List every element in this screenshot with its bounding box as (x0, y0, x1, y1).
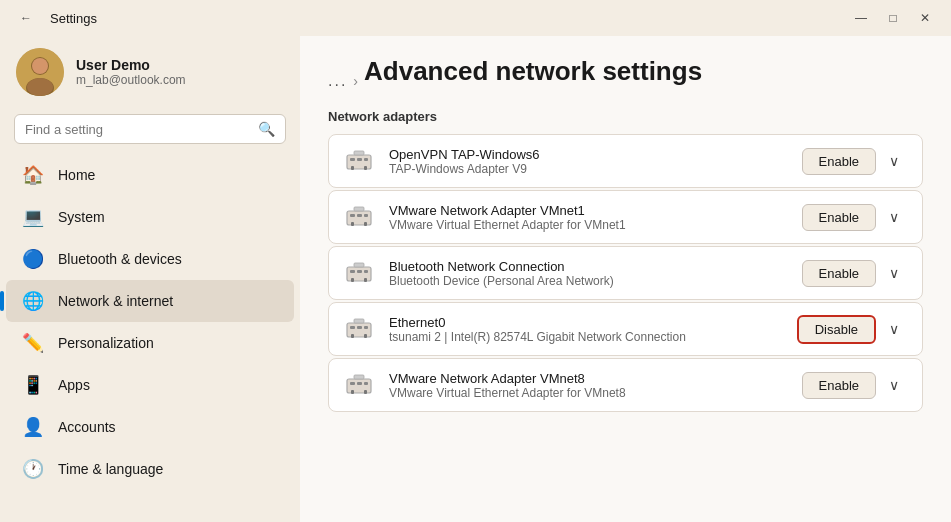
svg-rect-9 (354, 151, 364, 155)
nav-list: 🏠 Home 💻 System 🔵 Bluetooth & devices 🌐 … (0, 154, 300, 490)
adapter-item: Bluetooth Network Connection Bluetooth D… (328, 246, 923, 300)
adapter-actions: Enable ∨ (802, 147, 908, 175)
sidebar-item-system[interactable]: 💻 System (6, 196, 294, 238)
svg-rect-32 (364, 334, 367, 338)
sidebar-item-home[interactable]: 🏠 Home (6, 154, 294, 196)
breadcrumb: ... › Advanced network settings (328, 56, 923, 105)
svg-rect-34 (350, 382, 355, 385)
svg-rect-10 (351, 166, 354, 170)
svg-rect-7 (357, 158, 362, 161)
adapter-actions: Disable ∨ (797, 315, 908, 344)
disable-button[interactable]: Disable (797, 315, 876, 344)
sidebar-item-time[interactable]: 🕐 Time & language (6, 448, 294, 490)
home-icon: 🏠 (22, 164, 44, 186)
expand-button[interactable]: ∨ (880, 371, 908, 399)
svg-rect-26 (347, 323, 371, 337)
sidebar-item-label: System (58, 209, 105, 225)
sidebar-item-personalization[interactable]: ✏️ Personalization (6, 322, 294, 364)
adapter-info: Ethernet0 tsunami 2 | Intel(R) 82574L Gi… (389, 315, 783, 344)
adapter-desc: VMware Virtual Ethernet Adapter for VMne… (389, 218, 788, 232)
adapter-name: VMware Network Adapter VMnet1 (389, 203, 788, 218)
svg-rect-8 (364, 158, 368, 161)
svg-rect-15 (364, 214, 368, 217)
accounts-icon: 👤 (22, 416, 44, 438)
sidebar: User Demo m_lab@outlook.com 🔍 🏠 Home 💻 S… (0, 36, 300, 522)
svg-rect-18 (364, 222, 367, 226)
svg-rect-33 (347, 379, 371, 393)
adapter-icon (343, 201, 375, 233)
sidebar-item-label: Time & language (58, 461, 163, 477)
svg-rect-5 (347, 155, 371, 169)
right-panel: ... › Advanced network settings Network … (300, 36, 951, 522)
adapter-desc: Bluetooth Device (Personal Area Network) (389, 274, 788, 288)
svg-point-3 (32, 58, 48, 74)
adapter-icon (343, 257, 375, 289)
adapter-info: VMware Network Adapter VMnet1 VMware Vir… (389, 203, 788, 232)
svg-rect-11 (364, 166, 367, 170)
svg-rect-12 (347, 211, 371, 225)
adapter-item: VMware Network Adapter VMnet1 VMware Vir… (328, 190, 923, 244)
expand-button[interactable]: ∨ (880, 147, 908, 175)
enable-button[interactable]: Enable (802, 260, 876, 287)
svg-rect-37 (354, 375, 364, 379)
svg-rect-36 (364, 382, 368, 385)
adapter-info: VMware Network Adapter VMnet8 VMware Vir… (389, 371, 788, 400)
network-icon: 🌐 (22, 290, 44, 312)
svg-rect-35 (357, 382, 362, 385)
svg-rect-27 (350, 326, 355, 329)
adapter-name: VMware Network Adapter VMnet8 (389, 371, 788, 386)
bluetooth-icon: 🔵 (22, 248, 44, 270)
adapter-name: Bluetooth Network Connection (389, 259, 788, 274)
sidebar-item-network[interactable]: 🌐 Network & internet (6, 280, 294, 322)
sidebar-item-accounts[interactable]: 👤 Accounts (6, 406, 294, 448)
svg-rect-24 (351, 278, 354, 282)
adapter-desc: VMware Virtual Ethernet Adapter for VMne… (389, 386, 788, 400)
adapter-list: OpenVPN TAP-Windows6 TAP-Windows Adapter… (328, 134, 923, 412)
avatar[interactable] (16, 48, 64, 96)
adapter-item: VMware Network Adapter VMnet8 VMware Vir… (328, 358, 923, 412)
adapter-actions: Enable ∨ (802, 203, 908, 231)
user-section: User Demo m_lab@outlook.com (0, 36, 300, 110)
svg-rect-17 (351, 222, 354, 226)
adapter-item: OpenVPN TAP-Windows6 TAP-Windows Adapter… (328, 134, 923, 188)
svg-rect-22 (364, 270, 368, 273)
personalization-icon: ✏️ (22, 332, 44, 354)
user-email: m_lab@outlook.com (76, 73, 186, 87)
expand-button[interactable]: ∨ (880, 259, 908, 287)
sidebar-item-apps[interactable]: 📱 Apps (6, 364, 294, 406)
svg-rect-13 (350, 214, 355, 217)
adapter-actions: Enable ∨ (802, 371, 908, 399)
enable-button[interactable]: Enable (802, 372, 876, 399)
sidebar-item-label: Home (58, 167, 95, 183)
close-button[interactable]: ✕ (911, 8, 939, 28)
breadcrumb-dots: ... (328, 72, 347, 90)
svg-rect-23 (354, 263, 364, 267)
expand-button[interactable]: ∨ (880, 203, 908, 231)
search-icon: 🔍 (258, 121, 275, 137)
sidebar-item-label: Network & internet (58, 293, 173, 309)
maximize-button[interactable]: □ (879, 8, 907, 28)
adapter-name: Ethernet0 (389, 315, 783, 330)
page-title: Advanced network settings (364, 56, 702, 87)
sidebar-item-bluetooth[interactable]: 🔵 Bluetooth & devices (6, 238, 294, 280)
svg-rect-6 (350, 158, 355, 161)
adapter-icon (343, 369, 375, 401)
sidebar-item-label: Apps (58, 377, 90, 393)
back-button[interactable]: ← (12, 8, 40, 28)
svg-point-4 (27, 78, 53, 96)
adapter-icon (343, 313, 375, 345)
adapter-item: Ethernet0 tsunami 2 | Intel(R) 82574L Gi… (328, 302, 923, 356)
enable-button[interactable]: Enable (802, 148, 876, 175)
minimize-button[interactable]: — (847, 8, 875, 28)
search-input[interactable] (25, 122, 250, 137)
adapter-desc: tsunami 2 | Intel(R) 82574L Gigabit Netw… (389, 330, 783, 344)
app-title: Settings (50, 11, 97, 26)
search-box[interactable]: 🔍 (14, 114, 286, 144)
expand-button[interactable]: ∨ (880, 315, 908, 343)
sidebar-item-label: Accounts (58, 419, 116, 435)
adapter-icon (343, 145, 375, 177)
section-label: Network adapters (328, 109, 923, 124)
svg-rect-21 (357, 270, 362, 273)
enable-button[interactable]: Enable (802, 204, 876, 231)
svg-rect-16 (354, 207, 364, 211)
